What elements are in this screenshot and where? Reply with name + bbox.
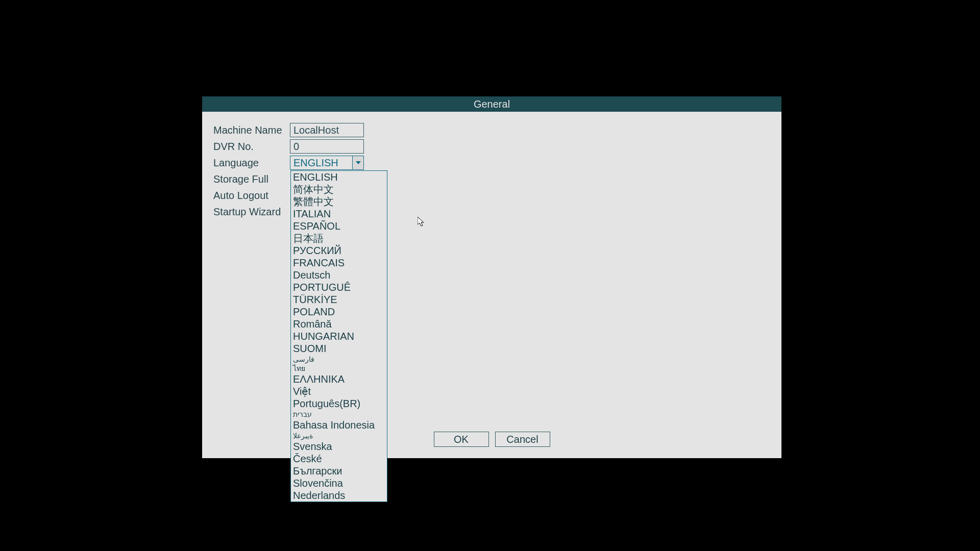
language-combo-value: ENGLISH	[290, 156, 352, 169]
language-option[interactable]: HUNGARIAN	[291, 330, 387, 342]
language-option[interactable]: עברית	[291, 410, 387, 419]
language-option[interactable]: Bahasa Indonesia	[291, 419, 387, 431]
chevron-down-icon	[356, 161, 361, 164]
language-option[interactable]: ESPAÑOL	[291, 220, 387, 232]
language-dropdown[interactable]: ENGLISH简体中文繁體中文ITALIANESPAÑOL日本語РУССКИЙF…	[290, 170, 387, 502]
language-option[interactable]: 繁體中文	[291, 195, 387, 208]
language-option[interactable]: PORTUGUÊ	[291, 281, 387, 293]
language-option[interactable]: ITALIAN	[291, 208, 387, 220]
row-machine-name: Machine Name	[213, 122, 770, 138]
language-option[interactable]: ةيبرعلا	[291, 431, 387, 440]
row-language: Language ENGLISH ENGLISH简体中文繁體中文ITALIANE…	[213, 155, 770, 171]
language-option[interactable]: فارسی	[291, 355, 387, 364]
form: Machine Name DVR No. Language ENGLISH EN…	[202, 112, 781, 230]
language-option[interactable]: Việt	[291, 385, 387, 397]
language-option[interactable]: Nederlands	[291, 489, 387, 502]
language-option[interactable]: 日本語	[291, 232, 387, 244]
language-combo[interactable]: ENGLISH ENGLISH简体中文繁體中文ITALIANESPAÑOL日本語…	[290, 156, 364, 170]
language-option[interactable]: Română	[291, 318, 387, 330]
language-option[interactable]: Deutsch	[291, 269, 387, 281]
language-option[interactable]: TÜRKİYE	[291, 293, 387, 306]
label-language: Language	[213, 157, 290, 169]
language-option[interactable]: 简体中文	[291, 183, 387, 195]
label-dvr-no: DVR No.	[213, 141, 290, 153]
language-option[interactable]: POLAND	[291, 306, 387, 318]
language-option[interactable]: ΕΛΛΗΝΙΚΑ	[291, 373, 387, 385]
language-combo-button[interactable]	[352, 156, 363, 169]
language-option[interactable]: ENGLISH	[291, 171, 387, 183]
language-option[interactable]: FRANCAIS	[291, 257, 387, 269]
cancel-button[interactable]: Cancel	[495, 432, 550, 447]
language-option[interactable]: Svenska	[291, 440, 387, 453]
label-auto-logout: Auto Logout	[213, 190, 290, 202]
button-row: OK Cancel	[202, 432, 781, 447]
dialog-title: General	[202, 96, 781, 112]
language-option[interactable]: Slovenčina	[291, 477, 387, 489]
language-option[interactable]: ไทย	[291, 364, 387, 373]
dvr-no-input[interactable]	[290, 139, 364, 154]
ok-button[interactable]: OK	[434, 432, 489, 447]
language-option[interactable]: РУССКИЙ	[291, 244, 387, 257]
label-storage-full: Storage Full	[213, 173, 290, 185]
general-dialog: General Machine Name DVR No. Language EN…	[202, 96, 781, 458]
svg-marker-0	[356, 161, 361, 164]
language-option[interactable]: Български	[291, 465, 387, 477]
language-option[interactable]: Português(BR)	[291, 397, 387, 410]
row-dvr-no: DVR No.	[213, 138, 770, 155]
machine-name-input[interactable]	[290, 123, 364, 137]
label-machine-name: Machine Name	[213, 124, 290, 136]
label-startup-wizard: Startup Wizard	[213, 206, 290, 218]
language-option[interactable]: České	[291, 453, 387, 465]
language-option[interactable]: SUOMI	[291, 342, 387, 355]
